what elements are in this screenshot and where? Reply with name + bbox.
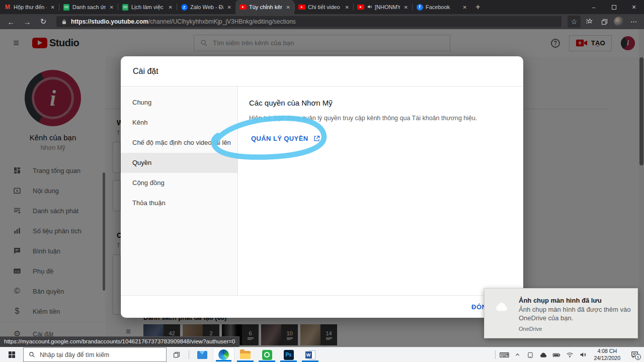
- lock-icon: [61, 19, 67, 25]
- keyboard-icon[interactable]: ⌨: [498, 347, 511, 362]
- word-icon: W: [305, 350, 315, 360]
- screen: M Hộp thư đến - khô ✕ Danh sach ứng viê …: [0, 0, 644, 362]
- settings-content: Các quyền của Nhơn Mỹ Hiện tại, bạn đang…: [238, 86, 523, 295]
- collections-button[interactable]: [598, 16, 611, 28]
- close-tab-icon[interactable]: ✕: [344, 4, 351, 11]
- manage-permissions-button[interactable]: QUẢN LÝ QUYỀN: [251, 135, 320, 142]
- tab-title: Zalo Web - Đăng n: [190, 4, 223, 10]
- tab-title: [NHONMYGr: [375, 4, 400, 10]
- browser-profile-avatar[interactable]: [614, 17, 624, 27]
- clock-date: 24/12/2020: [594, 355, 620, 361]
- tab-facebook[interactable]: f Facebook ✕: [412, 0, 471, 14]
- more-menu-button[interactable]: [627, 16, 640, 28]
- tab-zalo[interactable]: Z Zalo Web - Đăng n ✕: [177, 0, 235, 14]
- system-tray: ⌨ 4:08 CH 24/12/2020 1: [493, 347, 644, 362]
- taskbar-app-zalo[interactable]: [256, 347, 278, 362]
- action-center-button[interactable]: 1: [625, 347, 644, 362]
- permissions-heading: Các quyền của Nhơn Mỹ: [249, 99, 511, 107]
- close-tab-icon[interactable]: ✕: [226, 4, 233, 11]
- settings-nav-agreements[interactable]: Thỏa thuận: [121, 193, 237, 213]
- device-icon[interactable]: [524, 347, 537, 362]
- mail-icon: [197, 351, 207, 359]
- tray-expand-chevron-icon[interactable]: [511, 347, 524, 362]
- favorites-list-button[interactable]: [583, 16, 596, 28]
- tab-youtube-studio-active[interactable]: Tùy chỉnh kênh - Y ✕: [235, 0, 294, 14]
- tab-video-details[interactable]: Chi tiết video - You ✕: [294, 0, 353, 14]
- notification-title: Ảnh chụp màn hình đã lưu: [519, 297, 631, 304]
- settings-nav-upload-defaults[interactable]: Chế độ mặc định cho video tải lên: [121, 133, 237, 153]
- youtube-icon: [239, 5, 247, 10]
- close-tab-icon[interactable]: ✕: [461, 4, 468, 11]
- taskbar: Ps W ⌨ 4:08 CH 24/12/2020 1: [0, 347, 644, 362]
- settings-dialog: Cài đặt Chung Kênh Chế độ mặc định cho v…: [121, 56, 523, 318]
- taskbar-app-explorer[interactable]: [234, 347, 256, 362]
- dialog-footer: ĐÓNG: [121, 295, 523, 318]
- onedrive-notification[interactable]: Ảnh chụp màn hình đã lưu Ảnh chụp màn hì…: [484, 288, 638, 338]
- clock-time: 4:08 CH: [597, 348, 617, 354]
- tab-nhonmy-playing[interactable]: [NHONMYGr ✕: [353, 0, 412, 14]
- new-tab-button[interactable]: +: [471, 0, 485, 14]
- windows-logo-icon: [9, 351, 15, 358]
- tab-title: Lịch làm việc - Goo: [131, 4, 165, 10]
- task-view-button[interactable]: [167, 347, 187, 362]
- wifi-icon[interactable]: [563, 347, 576, 362]
- notification-body: Ảnh chụp màn hình đã được thêm vào OneDr…: [519, 305, 631, 322]
- minimize-button[interactable]: –: [584, 0, 604, 14]
- zalo-icon: Z: [181, 4, 188, 11]
- tab-title: Danh sach ứng viê: [72, 4, 106, 10]
- address-bar[interactable]: https://studio.youtube.com/channel/UClhy…: [56, 16, 561, 27]
- start-button[interactable]: [0, 347, 23, 362]
- permissions-description: Hiện tại, bạn đang quản lý quyền truy cậ…: [249, 115, 511, 122]
- close-tab-icon[interactable]: ✕: [403, 4, 410, 11]
- close-tab-icon[interactable]: ✕: [108, 4, 115, 11]
- notification-badge: 1: [635, 354, 641, 360]
- tab-sheets-1[interactable]: Danh sach ứng viê ✕: [59, 0, 118, 14]
- maximize-button[interactable]: [604, 0, 624, 14]
- sheets-icon: [122, 4, 128, 11]
- sheets-icon: [63, 4, 69, 11]
- settings-nav-channel[interactable]: Kênh: [121, 113, 237, 133]
- file-explorer-icon: [240, 351, 251, 359]
- tab-title: Chi tiết video - You: [308, 4, 341, 10]
- settings-nav: Chung Kênh Chế độ mặc định cho video tải…: [121, 86, 238, 295]
- taskbar-app-photoshop[interactable]: Ps: [278, 347, 299, 362]
- browser-tab-bar: M Hộp thư đến - khô ✕ Danh sach ứng viê …: [0, 0, 644, 14]
- settings-nav-permissions[interactable]: Quyền: [121, 153, 237, 173]
- taskbar-search-input[interactable]: [40, 351, 161, 358]
- taskbar-search[interactable]: [23, 347, 167, 362]
- settings-nav-general[interactable]: Chung: [121, 93, 237, 113]
- youtube-icon: [357, 5, 364, 10]
- back-button[interactable]: ←: [4, 16, 18, 28]
- status-bar-url: https://myaccount.google.com/brandaccoun…: [0, 336, 239, 347]
- url-text[interactable]: https://studio.youtube.com/channel/UClhy…: [71, 18, 296, 25]
- facebook-icon: f: [417, 4, 423, 11]
- taskbar-clock[interactable]: 4:08 CH 24/12/2020: [589, 347, 625, 362]
- taskbar-app-mail[interactable]: [191, 347, 213, 362]
- tab-audio-icon[interactable]: [367, 4, 372, 11]
- tab-gmail[interactable]: M Hộp thư đến - khô ✕: [0, 0, 59, 14]
- search-icon: [29, 351, 35, 358]
- url-host: https://studio.youtube.com: [71, 18, 148, 25]
- onedrive-tray-icon[interactable]: [537, 347, 550, 362]
- url-path: /channel/UClhykyhhxbmKjp_jV3HBnkg/editin…: [148, 18, 296, 25]
- reload-button[interactable]: ↻: [36, 16, 50, 28]
- settings-nav-community[interactable]: Cộng đồng: [121, 173, 237, 193]
- close-tab-icon[interactable]: ✕: [49, 4, 56, 11]
- page-viewport: ≡ Studio ? TẠO i i Kênh của bạn Nh: [0, 29, 644, 347]
- close-tab-icon[interactable]: ✕: [167, 4, 174, 11]
- volume-icon[interactable]: [576, 347, 589, 362]
- taskbar-app-edge[interactable]: [213, 347, 234, 362]
- tab-title: Tùy chỉnh kênh - Y: [249, 4, 282, 10]
- close-window-button[interactable]: ✕: [624, 0, 644, 14]
- tab-sheets-2[interactable]: Lịch làm việc - Goo ✕: [118, 0, 177, 14]
- forward-button[interactable]: →: [20, 16, 34, 28]
- maximize-icon: [612, 5, 616, 10]
- youtube-icon: [298, 5, 305, 10]
- edge-icon: [218, 349, 229, 360]
- taskbar-app-word[interactable]: W: [299, 347, 321, 362]
- battery-icon[interactable]: [550, 347, 563, 362]
- external-link-icon: [313, 135, 320, 142]
- taskbar-separator: [189, 350, 189, 359]
- favorite-star-button[interactable]: ☆: [568, 16, 581, 28]
- close-tab-icon[interactable]: ✕: [285, 4, 292, 11]
